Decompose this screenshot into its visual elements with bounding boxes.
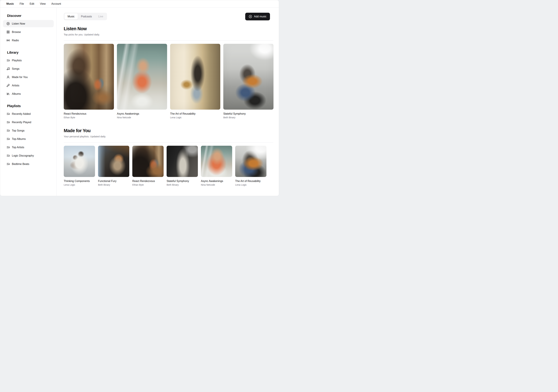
- add-music-label: Add music: [254, 15, 266, 18]
- album-title: React Rendezvous: [64, 112, 114, 115]
- album-artist: Beth Binary: [98, 183, 129, 186]
- sidebar-item-label: Logic Discography: [12, 154, 34, 157]
- menu-item-edit[interactable]: Edit: [27, 2, 37, 5]
- menu-item-file[interactable]: File: [17, 2, 27, 5]
- sidebar-item-label: Recently Added: [12, 112, 31, 116]
- sidebar-item-top-albums[interactable]: Top Albums: [3, 135, 54, 142]
- list-music-icon: [7, 112, 10, 116]
- album-card[interactable]: Async Awakenings Nina Netcode: [117, 44, 167, 119]
- album-art: [170, 44, 220, 110]
- sidebar-item-top-artists[interactable]: Top Artists: [3, 144, 54, 151]
- section-subtitle: Top picks for you. Updated daily.: [64, 33, 273, 36]
- album-title: Thinking Components: [64, 180, 95, 183]
- sidebar-item-label: Playlists: [12, 59, 22, 62]
- sidebar-section-discover: Discover Listen Now Browse: [3, 14, 54, 44]
- list-music-icon: [7, 59, 10, 62]
- sidebar-heading-discover: Discover: [7, 14, 54, 18]
- album-artist: Ethan Byte: [64, 116, 114, 119]
- album-card[interactable]: The Art of Reusability Lena Logic: [170, 44, 220, 119]
- album-artist: Nina Netcode: [201, 183, 232, 186]
- album-artist: Beth Binary: [223, 116, 273, 119]
- album-artist: Ethan Byte: [132, 183, 164, 186]
- album-artist: Lena Logic: [64, 183, 95, 186]
- sidebar-item-logic-discography[interactable]: Logic Discography: [3, 152, 54, 159]
- app-window: Music File Edit View Account Discover Li…: [0, 0, 279, 196]
- album-card[interactable]: React Rendezvous Ethan Byte: [64, 44, 114, 119]
- sidebar-section-library: Library Playlists Songs: [3, 50, 54, 97]
- album-art: [64, 44, 114, 110]
- section-listen-now: Listen Now Top picks for you. Updated da…: [64, 26, 273, 119]
- sidebar-item-browse[interactable]: Browse: [3, 28, 54, 36]
- list-music-icon: [7, 137, 10, 141]
- album-artist: Beth Binary: [166, 183, 198, 186]
- list-music-icon: [7, 162, 10, 166]
- sidebar-item-label: Top Albums: [12, 138, 26, 141]
- album-title: React Rendezvous: [132, 180, 164, 183]
- tab-podcasts[interactable]: Podcasts: [78, 13, 95, 20]
- album-row-made-for-you: Thinking Components Lena Logic Functiona…: [64, 146, 273, 186]
- sidebar-item-radio[interactable]: Radio: [3, 37, 54, 44]
- album-art: [201, 146, 232, 177]
- album-card[interactable]: React Rendezvous Ethan Byte: [132, 146, 164, 186]
- menu-item-music[interactable]: Music: [3, 2, 17, 5]
- sidebar-heading-playlists: Playlists: [7, 104, 54, 108]
- section-title: Listen Now: [64, 26, 273, 31]
- album-artist: Lena Logic: [170, 116, 220, 119]
- sidebar-item-albums[interactable]: Albums: [3, 90, 54, 97]
- album-art: [235, 146, 266, 177]
- section-made-for-you: Made for You Your personal playlists. Up…: [64, 128, 273, 186]
- sidebar-section-playlists: Playlists Recently Added Recently Played: [3, 104, 54, 167]
- album-title: Stateful Symphony: [166, 180, 198, 183]
- sidebar-item-recently-played[interactable]: Recently Played: [3, 119, 54, 126]
- album-art: [64, 146, 95, 177]
- sidebar-item-listen-now[interactable]: Listen Now: [3, 20, 54, 27]
- sidebar-item-label: Browse: [12, 31, 21, 33]
- tab-music[interactable]: Music: [64, 13, 78, 20]
- sidebar-item-label: Top Artists: [12, 146, 24, 149]
- album-card[interactable]: Stateful Symphony Beth Binary: [166, 146, 198, 186]
- album-title: Stateful Symphony: [223, 112, 273, 115]
- album-card[interactable]: Functional Fury Beth Binary: [98, 146, 129, 186]
- main-content: Music Podcasts Live Add music Listen Now…: [57, 8, 279, 196]
- album-title: Functional Fury: [98, 180, 129, 183]
- sidebar-heading-library: Library: [7, 50, 54, 54]
- sidebar-item-label: Songs: [12, 67, 19, 70]
- album-art: [98, 146, 129, 177]
- sidebar-item-label: Listen Now: [12, 22, 25, 25]
- layout-grid-icon: [7, 30, 10, 33]
- sidebar-item-label: Radio: [12, 39, 19, 42]
- album-card[interactable]: Stateful Symphony Beth Binary: [223, 44, 273, 119]
- circle-plus-icon: [249, 15, 252, 18]
- list-music-icon: [7, 121, 10, 124]
- album-art: [223, 44, 273, 110]
- sidebar-item-label: Top Songs: [12, 129, 25, 132]
- add-music-button[interactable]: Add music: [245, 13, 270, 20]
- sidebar-item-top-songs[interactable]: Top Songs: [3, 127, 54, 134]
- sidebar-item-songs[interactable]: Songs: [3, 65, 54, 72]
- list-music-icon: [7, 146, 10, 149]
- tabs-list: Music Podcasts Live: [64, 13, 107, 20]
- album-art: [166, 146, 198, 177]
- album-artist: Lena Logic: [235, 183, 266, 186]
- sidebar-item-made-for-you[interactable]: Made for You: [3, 74, 54, 81]
- music-note-icon: [7, 67, 10, 70]
- sidebar-item-artists[interactable]: Artists: [3, 82, 54, 89]
- album-title: The Art of Reusability: [170, 112, 220, 115]
- menubar: Music File Edit View Account: [0, 0, 279, 8]
- album-artist: Nina Netcode: [117, 116, 167, 119]
- album-title: The Art of Reusability: [235, 180, 266, 183]
- album-card[interactable]: The Art of Reusability Lena Logic: [235, 146, 266, 186]
- sidebar-item-playlists[interactable]: Playlists: [3, 57, 54, 64]
- section-title: Made for You: [64, 128, 273, 133]
- menu-item-account[interactable]: Account: [49, 2, 64, 5]
- library-icon: [7, 92, 10, 95]
- sidebar-item-bedtime-beats[interactable]: Bedtime Beats: [3, 160, 54, 167]
- album-art: [117, 44, 167, 110]
- sidebar-item-recently-added[interactable]: Recently Added: [3, 110, 54, 117]
- sidebar-item-label: Artists: [12, 84, 19, 87]
- menu-item-view[interactable]: View: [37, 2, 49, 5]
- tab-live[interactable]: Live: [95, 13, 106, 20]
- album-card[interactable]: Thinking Components Lena Logic: [64, 146, 95, 186]
- album-card[interactable]: Async Awakenings Nina Netcode: [201, 146, 232, 186]
- album-art: [132, 146, 164, 177]
